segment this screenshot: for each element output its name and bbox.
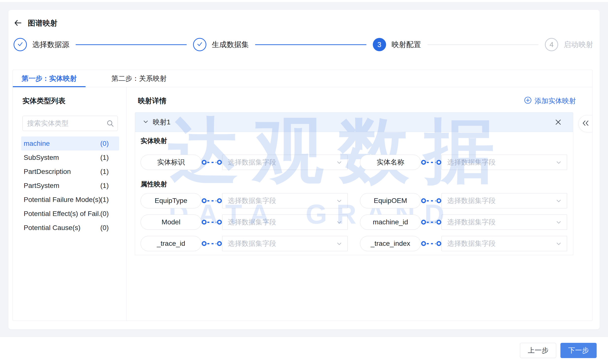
mapping-pair: _trace_id 选择数据集字段 bbox=[141, 236, 348, 251]
list-item-partsystem[interactable]: PartSystem (1) bbox=[21, 179, 119, 193]
chevron-down-icon bbox=[336, 159, 342, 167]
dataset-field-select[interactable]: 选择数据集字段 bbox=[222, 193, 348, 208]
page-title: 图谱映射 bbox=[28, 18, 57, 28]
item-count: (1) bbox=[100, 154, 109, 162]
step-2-circle bbox=[193, 38, 206, 51]
item-name: machine bbox=[24, 140, 50, 148]
select-placeholder: 选择数据集字段 bbox=[228, 239, 276, 248]
add-entity-mapping-link[interactable]: 添加实体映射 bbox=[524, 96, 576, 106]
step-2-label: 生成数据集 bbox=[212, 40, 249, 50]
chevron-down-icon bbox=[555, 219, 562, 227]
sidebar-title: 实体类型列表 bbox=[22, 96, 118, 106]
step-1-circle bbox=[14, 38, 27, 51]
dataset-field-select[interactable]: 选择数据集字段 bbox=[222, 236, 348, 251]
tabbar: 第一步：实体映射 第二步：关系映射 bbox=[13, 70, 592, 87]
mapping-connector bbox=[202, 241, 222, 246]
mapping-panel-header[interactable]: 映射1 bbox=[135, 112, 573, 132]
list-item-potential-effects[interactable]: Potential Effect(s) of Fail... (0) bbox=[21, 207, 119, 221]
field-pill-equiptype: EquipType bbox=[141, 193, 201, 208]
item-count: (1) bbox=[100, 196, 109, 204]
double-chevron-left-icon bbox=[581, 119, 590, 128]
chevron-down-icon bbox=[336, 198, 342, 205]
main-header: 映射详情 添加实体映射 bbox=[126, 87, 592, 106]
mapping-pair: machine_id 选择数据集字段 bbox=[360, 215, 567, 230]
list-item-machine[interactable]: machine (0) bbox=[21, 136, 119, 150]
field-pill-entity-id: 实体标识 bbox=[141, 155, 201, 170]
tab-entity-mapping[interactable]: 第一步：实体映射 bbox=[13, 70, 86, 87]
entity-mapping-section-label: 实体映射 bbox=[141, 136, 567, 145]
item-name: PartSystem bbox=[24, 182, 59, 190]
page-header: 图谱映射 bbox=[8, 10, 600, 28]
mapping-panel-1: 映射1 实体映射 实体标识 选择数据集字段 bbox=[135, 112, 573, 255]
step-connector-2 bbox=[255, 44, 366, 45]
search-wrap bbox=[22, 116, 118, 131]
mapping-connector bbox=[202, 220, 222, 225]
select-placeholder: 选择数据集字段 bbox=[228, 158, 276, 167]
tab-relation-mapping[interactable]: 第二步：关系映射 bbox=[111, 70, 167, 87]
item-count: (0) bbox=[100, 210, 109, 218]
check-icon bbox=[197, 41, 203, 48]
item-count: (0) bbox=[100, 140, 109, 148]
step-3: 3 映射配置 bbox=[373, 38, 421, 51]
select-placeholder: 选择数据集字段 bbox=[447, 196, 496, 205]
chevron-down-icon bbox=[336, 241, 342, 248]
dataset-field-select[interactable]: 选择数据集字段 bbox=[442, 193, 567, 208]
list-item-subsystem[interactable]: SubSystem (1) bbox=[21, 150, 119, 165]
item-name: Potential Effect(s) of Fail... bbox=[24, 210, 100, 218]
mapping-pair: 实体标识 选择数据集字段 bbox=[141, 155, 348, 170]
mapping-connector bbox=[202, 198, 222, 203]
list-item-potential-failure-modes[interactable]: Potential Failure Mode(s) (1) bbox=[21, 193, 119, 207]
select-placeholder: 选择数据集字段 bbox=[447, 239, 496, 248]
dataset-field-select[interactable]: 选择数据集字段 bbox=[222, 155, 348, 170]
chevron-down-icon bbox=[555, 241, 562, 248]
field-pill-model: Model bbox=[141, 215, 201, 230]
item-name: PartDescription bbox=[24, 168, 71, 176]
dataset-field-select[interactable]: 选择数据集字段 bbox=[442, 215, 567, 230]
back-button[interactable] bbox=[14, 19, 22, 28]
step-3-label: 映射配置 bbox=[392, 40, 421, 50]
step-3-circle: 3 bbox=[373, 38, 386, 51]
close-icon[interactable] bbox=[555, 119, 562, 126]
previous-step-button[interactable]: 上一步 bbox=[520, 343, 556, 358]
collapse-panel-button[interactable] bbox=[578, 115, 592, 132]
item-count: (1) bbox=[100, 182, 109, 190]
mapping-connector bbox=[421, 160, 441, 165]
top-strip bbox=[0, 0, 608, 2]
item-count: (0) bbox=[100, 224, 109, 232]
mapping-row-entity: 实体标识 选择数据集字段 实体名称 bbox=[141, 155, 567, 170]
stepper: 选择数据源 生成数据集 3 映射配置 4 启动映射 bbox=[8, 38, 600, 51]
chevron-down-icon bbox=[555, 198, 562, 205]
dataset-field-select[interactable]: 选择数据集字段 bbox=[442, 155, 567, 170]
step-1: 选择数据源 bbox=[14, 38, 69, 51]
mapping-pair: EquipType 选择数据集字段 bbox=[141, 193, 348, 208]
chevron-down-icon bbox=[336, 219, 342, 227]
dataset-field-select[interactable]: 选择数据集字段 bbox=[222, 215, 348, 230]
item-name: Potential Failure Mode(s) bbox=[24, 196, 100, 204]
entity-type-sidebar: 实体类型列表 machine (0) SubSystem (1) bbox=[13, 87, 126, 321]
dataset-field-select[interactable]: 选择数据集字段 bbox=[442, 236, 567, 251]
step-3-number: 3 bbox=[377, 41, 381, 49]
select-placeholder: 选择数据集字段 bbox=[228, 217, 276, 227]
search-icon bbox=[107, 120, 114, 128]
step-4-label: 启动映射 bbox=[564, 40, 593, 50]
chevron-down-icon[interactable] bbox=[143, 118, 149, 126]
next-step-button[interactable]: 下一步 bbox=[560, 343, 597, 358]
mapping-pair: _trace_index 选择数据集字段 bbox=[360, 236, 567, 251]
main-card: 图谱映射 选择数据源 生成数据集 3 映射配置 bbox=[8, 10, 600, 329]
list-item-partdescription[interactable]: PartDescription (1) bbox=[21, 165, 119, 179]
field-pill-entity-name: 实体名称 bbox=[360, 155, 421, 170]
arrow-left-icon bbox=[14, 18, 22, 28]
mapping-panel-body: 实体映射 实体标识 选择数据集字段 实体名 bbox=[135, 132, 573, 255]
item-name: Potential Cause(s) bbox=[24, 224, 80, 232]
mapping-detail-title: 映射详情 bbox=[138, 96, 166, 106]
mapping-connector bbox=[421, 220, 441, 225]
mapping-connector bbox=[421, 241, 441, 246]
search-input[interactable] bbox=[22, 116, 118, 131]
select-placeholder: 选择数据集字段 bbox=[228, 196, 276, 205]
field-pill-trace-index: _trace_index bbox=[360, 236, 421, 251]
step-2: 生成数据集 bbox=[193, 38, 249, 51]
item-count: (1) bbox=[100, 168, 109, 176]
check-icon bbox=[17, 41, 23, 48]
select-placeholder: 选择数据集字段 bbox=[447, 158, 496, 167]
list-item-potential-causes[interactable]: Potential Cause(s) (0) bbox=[21, 221, 119, 235]
